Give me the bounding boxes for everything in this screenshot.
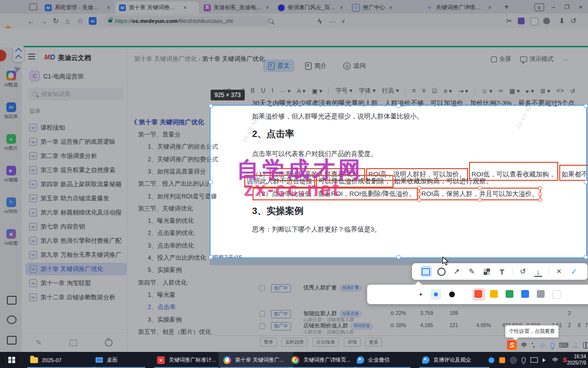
row-checkbox[interactable] [259,285,265,291]
nav-item[interactable]: 1、曝光量 [148,291,176,299]
selection-handle[interactable] [584,180,588,184]
more-tools-icon[interactable]: ··· [329,14,336,28]
dropdown-chevron-icon[interactable]: ∨ [341,14,345,28]
color-yellow-swatch[interactable] [490,290,498,298]
taskbar-item[interactable]: 桌面 [91,352,147,368]
mosaic-tool-button[interactable] [482,267,492,276]
browser-tab[interactable]: ✳关键词推广详情页_万相× [422,1,495,14]
rail-item-1[interactable]: AI甄选 [0,71,22,88]
close-window-button[interactable]: × [574,0,587,14]
tree-item[interactable]: W第十二章 店铺诊断数据分析 [25,291,127,304]
editor-tool-icon[interactable]: ▸ ▾ [526,87,534,95]
nav-item[interactable]: 5、实操案例 [148,266,181,274]
tab-close-icon[interactable]: × [488,4,491,11]
tray-display-icon[interactable] [530,357,538,363]
notes-extension-icon[interactable] [518,18,525,24]
clock-icon[interactable] [7,315,17,324]
stroke-medium-button[interactable] [434,292,438,296]
table-action-button[interactable]: 实时趋势 [281,338,308,347]
tree-item[interactable]: W第二章 市场调查分析 [25,150,127,162]
keyboard-icon[interactable]: ⌨ [559,341,568,349]
tray-steam-icon[interactable] [510,357,517,364]
puzzle-icon[interactable] [7,296,17,305]
panel-icon[interactable] [70,340,77,346]
browser-tab[interactable]: M系统管理 - 美迪云管理× [41,1,114,14]
nav-item[interactable]: 第四节、人群优化 [138,279,187,287]
menu-burger-icon[interactable] [28,54,35,55]
tray-mic-icon[interactable] [522,357,526,363]
tab-close-icon[interactable]: × [266,4,269,11]
download-button[interactable]: ↓ [533,267,543,276]
confirm-capture-button[interactable]: ✓ [569,267,579,276]
nav-item[interactable]: 第一节、质量分 [138,131,181,139]
editor-tool-icon[interactable]: 字体 ▾ [359,87,376,95]
row-checkbox[interactable] [259,323,265,329]
nav-item[interactable]: 3、点击率的优化 [148,242,194,250]
nav-item[interactable]: 3、实操案例 [148,316,181,324]
minimize-button[interactable]: – [547,0,560,14]
rail-item-4[interactable]: ▶AI视频 [0,166,22,183]
tab-close-icon[interactable]: × [107,4,110,11]
browser-tab[interactable]: 美美迪创客_美迪电商_美× [200,1,273,14]
tree-item[interactable]: W第三章 提升权重之自然搜索 [25,164,127,176]
text-tool-button[interactable]: T [497,267,507,276]
undo-button[interactable]: ↺ [518,267,528,276]
pen-tool-button[interactable]: ✎ [467,267,477,276]
lock-icon[interactable] [108,19,112,22]
editor-tool-icon[interactable]: <> [557,87,564,94]
nav-item[interactable]: 1、如何判定ROI是亏是赚 [148,193,217,201]
nav-item[interactable]: 第五节、创意（图片）优化 [138,328,211,336]
selection-handle[interactable] [209,180,213,184]
sogou-logo-icon[interactable]: S [507,340,517,350]
workspace-name[interactable]: C1-电商运营班 [43,73,84,81]
ai-extension-icon[interactable]: AI [89,17,97,25]
editor-tool-icon[interactable]: ∞ [499,87,503,94]
selection-handle[interactable] [584,104,588,108]
bookmark-icon[interactable]: ☆ [77,14,83,28]
taskbar-item[interactable]: ×关键词推广标准计... [152,352,225,368]
briefcase-icon[interactable] [7,336,17,345]
editor-tool-icon[interactable]: ≡ [412,87,415,94]
tray-wecom-icon[interactable] [489,357,494,363]
selection-handle[interactable] [396,104,401,108]
nav-item[interactable]: 1、关键词推广的排名公式 [148,143,218,151]
selection-handle[interactable] [209,104,213,108]
home-icon[interactable]: ⌂ [65,14,70,28]
nav-item[interactable]: 第二节、投入产出比的认识 [138,180,211,188]
editor-tool-icon[interactable]: I [272,87,273,94]
tray-app-icon[interactable] [499,357,505,363]
ellipse-tool-button[interactable] [437,267,447,276]
editor-tool-icon[interactable]: ≡ [422,87,426,94]
taskbar-item[interactable]: 2025-07 [25,352,98,368]
nav-item[interactable]: 1、曝光量的优化 [148,217,194,225]
taskbar-item[interactable]: 第十章 关键词推广... [218,352,294,368]
account-icon[interactable] [573,342,579,348]
editor-tool-icon[interactable]: ☺ ▾ [481,87,492,95]
workspace-avatar[interactable]: C [29,71,40,81]
power-icon[interactable] [105,339,113,347]
tab-close-icon[interactable]: × [183,4,187,11]
editor-tool-icon[interactable]: 行高 ▾ [382,87,399,95]
table-action-button[interactable]: 详情 [344,338,361,347]
taskbar-item[interactable]: 企业微信 [352,352,412,368]
audience-name[interactable]: 优秀人群扩量精准扩量 [303,284,362,291]
browser-tab[interactable]: 俊强澳门风云_百度搜索× [274,1,347,14]
ime-punct-toggle[interactable]: ’, [531,342,535,349]
start-button[interactable] [0,352,23,368]
audience-name[interactable]: 店铺长期价值人群持续投放 [303,322,373,329]
editor-tool-icon[interactable]: ⇥ ▾ [458,87,468,95]
split-screen-icon[interactable] [29,3,37,10]
tree-item[interactable]: W第五章 助力店铺流量爆发 [25,192,127,205]
rail-item-5[interactable]: ✎AI写作 [0,197,22,215]
zoom-search-icon[interactable] [268,14,273,28]
table-action-button[interactable]: 暂停 [260,338,277,347]
nav-item[interactable]: 2、关键词推广的扣费公式 [148,155,218,164]
browser-tab[interactable]: ▽推广中心× [348,1,421,14]
cancel-capture-button[interactable]: × [554,267,564,276]
nav-item[interactable]: 3、如何提高质量得分 [148,168,206,176]
skin-icon[interactable] [583,342,588,349]
selection-handle[interactable] [584,255,588,259]
color-gray-swatch[interactable] [537,290,545,298]
history-icon[interactable]: ↺ [570,14,577,28]
editor-tool-icon[interactable]: U [261,87,265,94]
